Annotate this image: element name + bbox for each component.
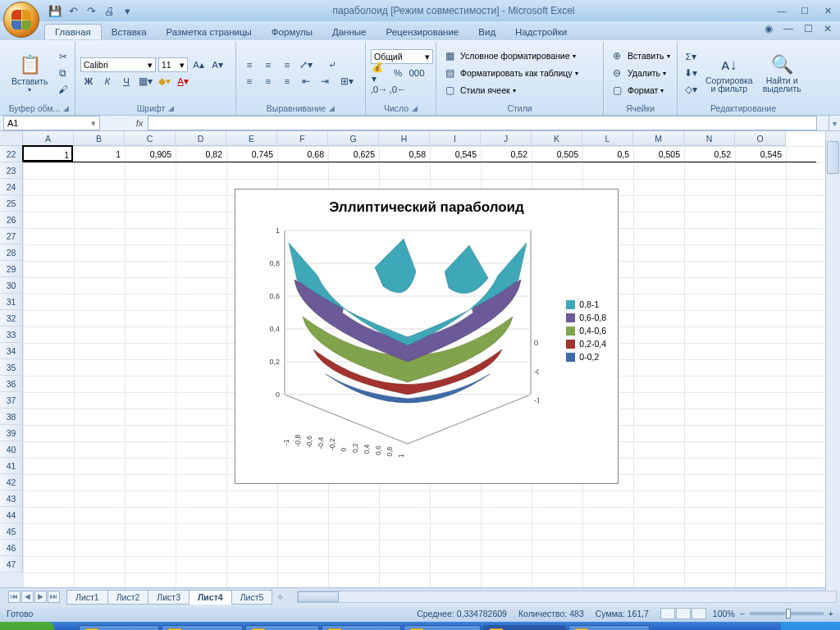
cell[interactable]: 0,5 — [581, 146, 632, 162]
maximize-button[interactable]: ☐ — [796, 4, 814, 17]
italic-button[interactable]: К — [99, 74, 116, 89]
bold-button[interactable]: Ж — [80, 74, 97, 89]
row-header[interactable]: 41 — [0, 458, 23, 474]
paste-button[interactable]: 📋Вставить▾ — [8, 43, 52, 103]
tab-nav-next[interactable]: ▶ — [34, 591, 47, 603]
taskbar-task[interactable]: Microsoft Ex... — [483, 625, 567, 630]
row-header[interactable]: 42 — [0, 474, 23, 491]
sheet-tab[interactable]: Лист1 — [66, 590, 108, 605]
office-button[interactable] — [3, 2, 39, 38]
cell[interactable]: 1 — [22, 145, 73, 162]
autosum-icon[interactable]: Σ▾ — [682, 49, 699, 64]
zoom-slider[interactable] — [750, 612, 824, 615]
row-header[interactable]: 22 — [0, 146, 23, 162]
save-icon[interactable]: 💾 — [48, 3, 62, 18]
cell[interactable]: 0,82 — [174, 146, 225, 162]
column-headers[interactable]: ABCDEFGHIJKLMNO — [23, 131, 786, 146]
border-button[interactable]: ▦▾ — [137, 74, 153, 89]
cell-styles-button[interactable]: ▢Стили ячеек▾ — [441, 83, 598, 98]
row-header[interactable]: 35 — [0, 359, 23, 376]
percent-icon[interactable]: % — [390, 66, 406, 80]
view-normal-button[interactable] — [660, 608, 675, 619]
select-all-corner[interactable] — [0, 131, 23, 146]
horizontal-scrollbar[interactable] — [297, 591, 837, 603]
underline-button[interactable]: Ч — [118, 74, 135, 89]
thousands-icon[interactable]: 000 — [409, 66, 425, 80]
tab-nav-first[interactable]: ⏮ — [8, 591, 21, 603]
row-header[interactable]: 24 — [0, 179, 23, 195]
fx-icon[interactable]: fx — [133, 118, 146, 128]
sheet-tab[interactable]: Лист4 — [189, 590, 232, 605]
sheet-tab[interactable]: Лист2 — [107, 590, 149, 605]
merge-button[interactable]: ⊞▾ — [336, 74, 358, 89]
delete-cells-button[interactable]: ⊖Удалить▾ — [609, 66, 672, 80]
increase-indent-icon[interactable]: ⇥ — [317, 74, 333, 89]
font-size-combo[interactable]: 11▾ — [158, 57, 188, 72]
start-button[interactable]: ⊞пуск — [0, 622, 54, 630]
row-header[interactable]: 39 — [0, 425, 23, 441]
row-header[interactable]: 36 — [0, 376, 23, 392]
copy-icon[interactable]: ⧉ — [55, 66, 71, 80]
column-header[interactable]: B — [74, 131, 125, 146]
cell[interactable]: 0,505 — [632, 146, 682, 162]
align-middle-icon[interactable]: ≡ — [260, 57, 276, 72]
name-box[interactable]: A1▾ — [3, 116, 100, 130]
alignment-dialog-launcher[interactable]: ◢ — [329, 103, 335, 114]
tab-nav-last[interactable]: ⏭ — [48, 591, 60, 603]
insert-cells-button[interactable]: ⊕Вставить▾ — [609, 48, 672, 63]
clipboard-dialog-launcher[interactable]: ◢ — [63, 103, 69, 114]
cell[interactable]: 0,545 — [733, 146, 784, 162]
conditional-formatting-button[interactable]: ▦Условное форматирование▾ — [441, 48, 598, 63]
row-header[interactable]: 32 — [0, 310, 23, 326]
zoom-in-button[interactable]: + — [829, 609, 833, 619]
cell[interactable]: 0,745 — [225, 146, 276, 162]
row-header[interactable]: 45 — [0, 523, 23, 540]
embedded-chart[interactable]: Эллиптический параболоид 00,20,40,60,81 — [235, 189, 619, 484]
doc-close-button[interactable]: ✕ — [820, 23, 835, 34]
cell[interactable]: 0,52 — [682, 146, 733, 162]
zoom-out-button[interactable]: − — [740, 609, 745, 619]
column-header[interactable]: F — [277, 131, 328, 146]
column-header[interactable]: D — [176, 131, 226, 146]
system-tray[interactable]: ◆ ◉ 19:31 — [781, 622, 840, 630]
column-header[interactable]: I — [430, 131, 481, 146]
row-header[interactable]: 28 — [0, 244, 23, 261]
column-header[interactable]: M — [633, 131, 684, 146]
row-header[interactable]: 30 — [0, 277, 23, 294]
tab-data[interactable]: Данные — [322, 25, 377, 39]
taskbar-task[interactable]: Двуполост... — [404, 625, 481, 630]
formula-input[interactable] — [148, 116, 817, 130]
tab-page-layout[interactable]: Разметка страницы — [157, 25, 262, 39]
clear-icon[interactable]: ◇▾ — [682, 82, 699, 97]
column-header[interactable]: A — [23, 131, 74, 146]
view-page-break-button[interactable] — [692, 608, 706, 619]
align-bottom-icon[interactable]: ≡ — [279, 57, 295, 72]
format-painter-icon[interactable]: 🖌 — [55, 82, 71, 97]
row-header[interactable]: 46 — [0, 540, 23, 556]
row-header[interactable]: 25 — [0, 195, 23, 212]
column-header[interactable]: C — [125, 131, 176, 146]
format-cells-button[interactable]: ▢Формат▾ — [609, 83, 672, 98]
font-dialog-launcher[interactable]: ◢ — [168, 103, 174, 114]
row-header[interactable]: 44 — [0, 507, 23, 523]
cell[interactable]: 0,505 — [530, 146, 581, 162]
row-header[interactable]: 40 — [0, 441, 23, 458]
align-right-icon[interactable]: ≡ — [279, 74, 295, 89]
redo-icon[interactable]: ↷ — [84, 3, 98, 18]
decrease-decimal-icon[interactable]: ,0← — [390, 82, 406, 97]
new-sheet-button[interactable]: ✧ — [276, 592, 284, 602]
row-header[interactable]: 38 — [0, 409, 23, 425]
row-header[interactable]: 33 — [0, 326, 23, 343]
qat-dropdown-icon[interactable]: ▾ — [120, 3, 135, 18]
taskbar-task[interactable]: к открыто... — [245, 625, 319, 630]
tab-home[interactable]: Главная — [44, 24, 102, 39]
row-header[interactable]: 29 — [0, 261, 23, 277]
cell[interactable]: 0,625 — [326, 146, 377, 162]
tab-addins[interactable]: Надстройки — [505, 25, 577, 39]
cell[interactable]: 0,52 — [479, 146, 530, 162]
wrap-text-button[interactable]: ⤶ — [317, 57, 348, 72]
view-page-layout-button[interactable] — [676, 608, 691, 619]
column-header[interactable]: K — [532, 131, 582, 146]
cell[interactable]: 0,905 — [123, 146, 174, 162]
align-left-icon[interactable]: ≡ — [241, 74, 258, 89]
